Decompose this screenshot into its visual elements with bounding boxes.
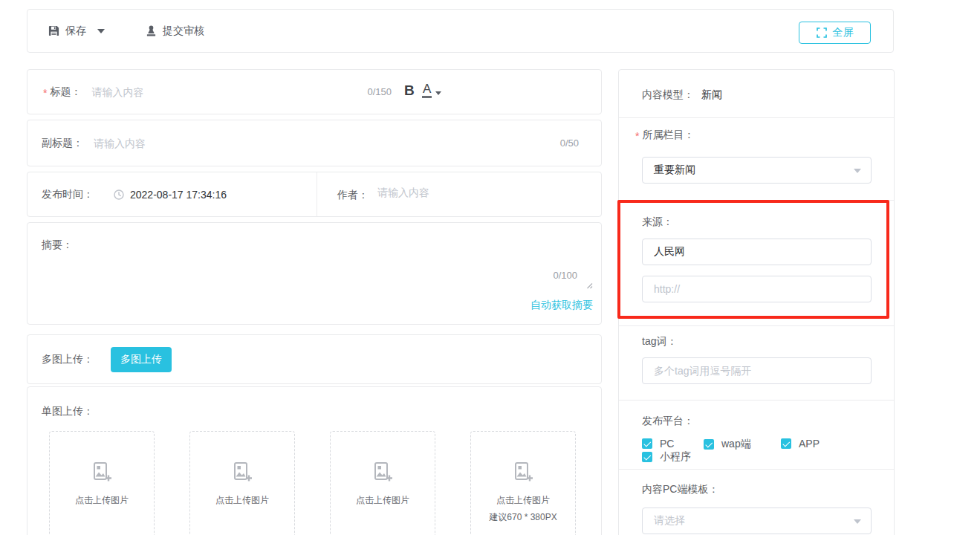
toolbar: 保存 提交审核 全屏 [27, 9, 894, 53]
checkbox-checked-icon [642, 438, 652, 449]
submit-review-button[interactable]: 提交审核 [146, 10, 204, 52]
stamp-icon [146, 25, 157, 37]
resize-handle-icon[interactable] [585, 282, 593, 289]
article-settings-panel: 内容模型： 新闻 * 所属栏目： 重要新闻 来源： tag词： 发布平台： PC [618, 69, 895, 535]
summary-label: 摘要： [42, 239, 73, 252]
image-plus-icon [512, 461, 534, 482]
clock-icon [114, 189, 124, 200]
checkbox-miniprogram[interactable]: 小程序 [642, 450, 691, 464]
section-divider [619, 469, 894, 470]
upload-box[interactable]: 点击上传图片 建议670 * 380PX [470, 431, 576, 535]
cms-article-editor: 保存 提交审核 全屏 * 标题： 0/150 B A [0, 0, 980, 535]
upload-box-label: 点击上传图片 [356, 494, 409, 507]
single-upload-label: 单图上传： [42, 405, 94, 418]
upload-box-label: 点击上传图片 [75, 494, 129, 507]
multi-upload-field: 多图上传： 多图上传 [27, 334, 602, 384]
category-label-row: * 所属栏目： [635, 129, 694, 142]
required-asterisk: * [635, 130, 639, 142]
section-divider [619, 325, 894, 326]
summary-textarea[interactable] [87, 229, 595, 292]
pc-template-select[interactable]: 请选择 [642, 508, 872, 534]
upload-box[interactable]: 点击上传图片 [49, 431, 155, 535]
subtitle-counter: 0/50 [560, 137, 579, 149]
subtitle-input[interactable] [94, 137, 406, 149]
summary-field: 摘要： 0/100 自动获取摘要 [27, 222, 602, 325]
image-plus-icon [371, 461, 394, 482]
single-upload-field: 单图上传： 点击上传图片 点击上传图片 [27, 386, 602, 535]
upload-box-hint: 建议670 * 380PX [489, 511, 556, 524]
chevron-down-icon [854, 169, 861, 173]
field-divider [317, 172, 317, 216]
category-select-value: 重要新闻 [654, 163, 695, 177]
checkbox-checked-icon [781, 438, 791, 449]
multi-upload-label: 多图上传： [42, 353, 94, 366]
publish-time-value[interactable]: 2022-08-17 17:34:16 [130, 189, 227, 201]
section-divider [619, 200, 894, 201]
upload-box-label: 点击上传图片 [215, 494, 269, 507]
subtitle-field: 副标题： 0/50 [27, 120, 602, 166]
required-asterisk: * [43, 87, 47, 99]
save-label: 保存 [65, 25, 86, 38]
bold-icon[interactable]: B [404, 82, 415, 99]
summary-counter: 0/100 [553, 270, 577, 281]
auto-fetch-summary-link[interactable]: 自动获取摘要 [530, 299, 593, 312]
subtitle-label: 副标题： [42, 137, 83, 150]
chevron-down-icon [435, 91, 441, 95]
checkbox-checked-icon [642, 452, 652, 462]
platform-label: 发布平台： [642, 415, 694, 428]
fullscreen-button[interactable]: 全屏 [799, 22, 871, 44]
fullscreen-icon [817, 27, 827, 38]
chevron-down-icon [854, 519, 861, 524]
chevron-down-icon [97, 29, 105, 33]
checkbox-app[interactable]: APP [781, 438, 820, 450]
multi-upload-button[interactable]: 多图上传 [111, 347, 172, 372]
category-select[interactable]: 重要新闻 [642, 157, 872, 184]
author-input[interactable] [377, 187, 585, 198]
title-field: * 标题： 0/150 B A [27, 69, 602, 114]
upload-box[interactable]: 点击上传图片 [189, 431, 295, 535]
checkbox-pc[interactable]: PC [642, 438, 674, 450]
pc-template-label: 内容PC端模板： [642, 483, 718, 496]
image-plus-icon [231, 461, 253, 482]
fullscreen-label: 全屏 [833, 26, 854, 39]
section-divider [619, 117, 894, 118]
publish-time-author-field: 发布时间： 2022-08-17 17:34:16 作者： [27, 172, 602, 217]
save-icon [48, 25, 59, 36]
content-model-label: 内容模型： [642, 88, 694, 102]
pc-template-placeholder: 请选择 [654, 514, 685, 528]
checkbox-checked-icon [704, 439, 714, 450]
source-url-input[interactable] [642, 276, 872, 302]
source-input[interactable] [642, 239, 872, 265]
tag-label: tag词： [642, 335, 677, 348]
publish-time-label: 发布时间： [42, 188, 94, 201]
title-input[interactable] [91, 86, 314, 98]
tag-input[interactable] [642, 357, 872, 384]
title-counter: 0/150 [354, 86, 392, 97]
image-plus-icon [91, 461, 113, 482]
category-label: 所属栏目： [642, 129, 694, 142]
title-label: 标题： [50, 85, 81, 99]
section-divider [619, 400, 894, 401]
content-model-value: 新闻 [701, 88, 722, 102]
checkbox-wap[interactable]: wap端 [704, 438, 751, 451]
font-color-icon[interactable]: A [422, 82, 441, 98]
upload-box-label: 点击上传图片 [496, 494, 550, 507]
source-label: 来源： [642, 215, 673, 229]
save-button[interactable]: 保存 [48, 10, 105, 52]
upload-box[interactable]: 点击上传图片 [330, 431, 435, 535]
submit-review-label: 提交审核 [163, 25, 204, 38]
author-label: 作者： [337, 189, 369, 202]
